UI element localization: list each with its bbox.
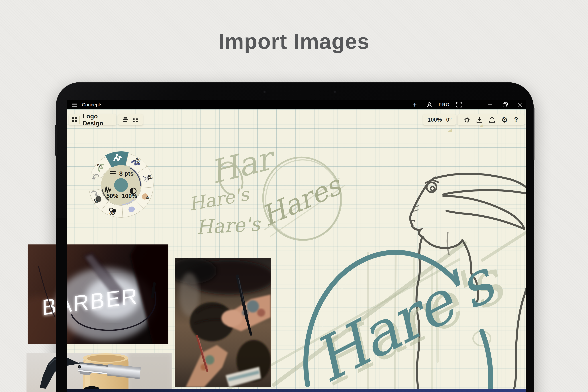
tablet-side-button: [55, 125, 57, 156]
app-title: Concepts: [82, 100, 102, 109]
wheel-center-knob[interactable]: [114, 178, 128, 192]
chip-divider: [80, 116, 80, 124]
opacity-value[interactable]: 100%: [122, 192, 137, 199]
layers-icon: [123, 117, 128, 122]
slot-glyph-dot: [145, 175, 145, 176]
restore-icon: [503, 102, 508, 107]
close-icon: [518, 102, 522, 107]
hamburger-menu-button[interactable]: [71, 100, 78, 109]
fullscreen-button[interactable]: [456, 100, 462, 109]
stroke-menu-icon[interactable]: [110, 171, 116, 172]
slot-glyph-dot: [146, 178, 146, 179]
hamburger-icon: [72, 103, 77, 107]
slot-glyph-dot: [146, 180, 146, 180]
slot-glyph-dot: [146, 181, 147, 182]
windows-taskbar-strip: [67, 389, 526, 392]
tablet-camera-dot: [334, 91, 336, 93]
stroke-menu-icon[interactable]: [110, 173, 116, 174]
stroke-size-value[interactable]: 8 pts: [119, 170, 134, 177]
slot-glyph-dot: [143, 176, 144, 176]
pressure-value[interactable]: 50%: [106, 192, 118, 199]
gallery-grid-icon[interactable]: [72, 118, 77, 122]
pro-badge[interactable]: PRO: [438, 100, 450, 109]
teal-logo[interactable]: Hare's Hare's: [302, 246, 516, 392]
sun-icon: [464, 117, 470, 123]
imported-photo-razor-cup[interactable]: [26, 352, 172, 392]
imported-photo-barber-cutting[interactable]: [175, 258, 270, 387]
minimize-button[interactable]: [487, 100, 493, 109]
tablet-side-button: [533, 108, 534, 160]
promo-page: { "page": { "title": "Import Images", "t…: [0, 0, 588, 392]
display-settings-button[interactable]: [464, 117, 470, 123]
upload-icon: [489, 117, 495, 123]
tablet-left-bezel: [56, 218, 67, 392]
sketch-hares-print[interactable]: Hare's: [196, 213, 262, 239]
slot-glyph-dot: [144, 177, 144, 178]
zoom-chip: 100% 0°: [423, 114, 456, 125]
person-icon: [427, 102, 432, 108]
slot-glyph-dot: [145, 177, 146, 178]
brush-tool-wheel[interactable]: 28254144041 8 pts 50% 100% ↶ ↷: [79, 143, 163, 227]
precision-grid-button[interactable]: [133, 118, 138, 122]
fullscreen-icon: [456, 102, 462, 108]
slot-glyph-dot: [145, 179, 146, 180]
rotation-value[interactable]: 0°: [446, 116, 452, 123]
imported-photo-barber-sign[interactable]: BARBER BARBER: [28, 244, 168, 344]
layers-button[interactable]: [123, 117, 128, 122]
long-press-corner-fold: [479, 124, 482, 128]
utility-chip: ⚙ ?: [458, 114, 524, 125]
dot-grid-icon: [133, 118, 138, 122]
new-drawing-button[interactable]: +: [412, 100, 418, 109]
restore-button[interactable]: [502, 100, 508, 109]
account-button[interactable]: [426, 100, 433, 109]
tablet-camera-dot: [264, 91, 266, 93]
window-titlebar: Concepts + PRO: [67, 100, 526, 109]
project-name: Logo Design: [82, 113, 116, 127]
minimize-icon: [488, 104, 492, 105]
import-button[interactable]: [476, 117, 482, 123]
project-chip[interactable]: Logo Design: [69, 114, 116, 125]
download-icon: [476, 117, 482, 123]
long-press-corner-fold: [448, 128, 452, 132]
slot-glyph-dot: [145, 177, 146, 178]
zoom-value[interactable]: 100%: [428, 116, 442, 123]
slot-glyph-dot: [144, 180, 145, 181]
logo-word: Hare's: [302, 246, 507, 392]
help-button[interactable]: ?: [514, 116, 518, 124]
close-button[interactable]: [517, 100, 523, 109]
export-button[interactable]: [489, 117, 495, 123]
view-chip: [118, 114, 143, 125]
settings-button[interactable]: ⚙: [502, 116, 508, 124]
slot-glyph-dot: [148, 180, 149, 181]
page-title: Import Images: [0, 29, 588, 54]
slot-glyph-dot: [144, 179, 144, 180]
